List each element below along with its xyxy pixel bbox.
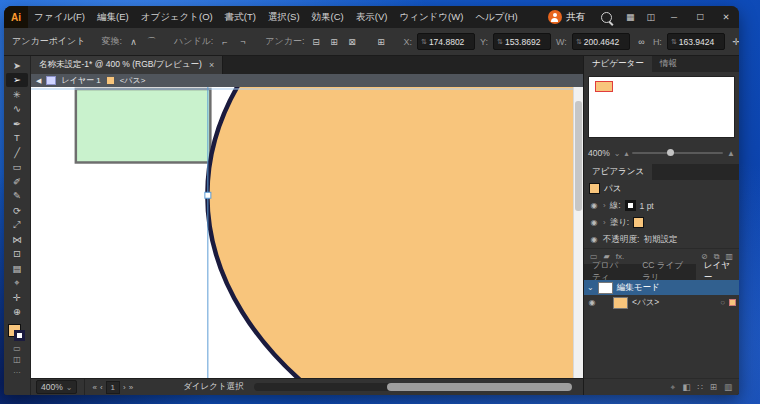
gradient-tool[interactable]: ▤ [6, 261, 28, 276]
width-tool[interactable]: ⋈ [6, 232, 28, 247]
document-close-icon[interactable]: × [209, 60, 214, 70]
green-rectangle-shape[interactable] [76, 89, 211, 162]
tab-properties[interactable]: プロパティ [584, 264, 634, 280]
remove-anchor-icon[interactable]: ⊟ [310, 34, 323, 49]
maximize-button[interactable]: ☐ [687, 6, 713, 28]
selection-tool[interactable]: ➤ [6, 58, 28, 73]
make-mask-icon[interactable]: ◧ [682, 382, 690, 392]
apps-grid-icon[interactable]: ▦ [620, 12, 641, 22]
tab-cc-libraries[interactable]: CC ライブラリ [634, 264, 696, 280]
add-anchor-icon[interactable]: ⊞ [328, 34, 341, 49]
artboard-number[interactable]: 1 [106, 381, 120, 394]
hide-handles-icon[interactable]: ¬ [236, 34, 249, 49]
transform-icon[interactable]: ✛ [730, 34, 739, 49]
tab-navigator[interactable]: ナビゲーター [584, 56, 652, 72]
y-field[interactable]: ⇅153.8692 [493, 33, 551, 50]
next-artboard-icon[interactable]: › [123, 383, 126, 392]
eyedropper-tool[interactable]: ⌖ [6, 276, 28, 291]
convert-to-smooth-icon[interactable]: ⌒ [145, 34, 158, 49]
fill-stroke-swatches[interactable] [7, 323, 27, 343]
type-tool[interactable]: T [6, 131, 28, 146]
chevron-down-icon[interactable]: ⌄ [587, 283, 594, 292]
hand-tool[interactable]: ✛ [6, 290, 28, 305]
isolation-back-icon[interactable]: ◀ [36, 77, 41, 85]
edit-toolbar-icon[interactable]: … [13, 365, 21, 376]
delete-layer-icon[interactable]: ▥ [724, 382, 732, 392]
navigator-zoom-slider[interactable] [632, 152, 723, 154]
screen-mode-icon[interactable]: ◫ [13, 354, 21, 365]
menu-file[interactable]: ファイル(F) [28, 6, 91, 28]
tab-appearance[interactable]: アピアランス [584, 164, 652, 180]
rectangle-tool[interactable]: ▭ [6, 160, 28, 175]
prev-artboard-icon[interactable]: ‹ [100, 383, 103, 392]
pencil-tool[interactable]: ✎ [6, 189, 28, 204]
menu-edit[interactable]: 編集(E) [91, 6, 135, 28]
paintbrush-tool[interactable]: ✐ [6, 174, 28, 189]
stepper-icon[interactable]: ⇅ [576, 38, 582, 46]
tab-layers[interactable]: レイヤー [696, 264, 739, 280]
new-layer-icon[interactable]: ⊞ [710, 382, 717, 392]
pen-tool[interactable]: ✒ [6, 116, 28, 131]
stroke-weight-value[interactable]: 1 pt [640, 201, 654, 211]
canvas[interactable] [31, 87, 583, 378]
navigator-zoom-value[interactable]: 400% [588, 148, 610, 158]
free-transform-tool[interactable]: ⊡ [6, 247, 28, 262]
opacity-value[interactable]: 初期設定 [643, 234, 677, 246]
rotate-tool[interactable]: ⟳ [6, 203, 28, 218]
menu-help[interactable]: ヘルプ(H) [469, 6, 523, 28]
visibility-eye-icon[interactable]: ◉ [589, 218, 599, 227]
direct-selection-tool[interactable]: ➢ [6, 73, 28, 88]
menu-effect[interactable]: 効果(C) [306, 6, 350, 28]
share-button[interactable]: 共有 [540, 10, 593, 24]
appearance-fill-row[interactable]: ◉ › 塗り: [584, 214, 739, 231]
horizontal-scrollbar-thumb[interactable] [387, 383, 572, 391]
horizontal-scrollbar[interactable] [254, 383, 572, 391]
illustrator-app-icon[interactable]: Ai [4, 6, 28, 28]
selection-indicator[interactable] [729, 299, 736, 306]
anchor-point-handle[interactable] [205, 192, 211, 198]
fill-swatch[interactable] [633, 217, 644, 228]
isolate-selection-icon[interactable]: ⊞ [375, 34, 388, 49]
vertical-scrollbar[interactable] [573, 87, 583, 378]
last-artboard-icon[interactable]: » [129, 383, 133, 392]
zoom-slider-knob[interactable] [667, 149, 674, 156]
menu-window[interactable]: ウィンドウ(W) [393, 6, 469, 28]
stepper-icon[interactable]: ⇅ [671, 38, 677, 46]
menu-select[interactable]: 選択(S) [262, 6, 306, 28]
document-tab[interactable]: 名称未設定-1* @ 400 % (RGB/プレビュー) × [31, 56, 223, 74]
line-tool[interactable]: ╱ [6, 145, 28, 160]
vertical-scrollbar-thumb[interactable] [575, 101, 582, 211]
appearance-opacity-row[interactable]: ◉ 不透明度: 初期設定 [584, 231, 739, 248]
visibility-eye-icon[interactable]: ◉ [589, 235, 599, 244]
breadcrumb-path[interactable]: <パス> [120, 75, 146, 86]
stroke-color-swatch[interactable] [14, 330, 25, 341]
x-field[interactable]: ⇅174.8802 [417, 33, 475, 50]
lasso-tool[interactable]: ∿ [6, 102, 28, 117]
navigator-thumbnail[interactable] [588, 76, 735, 138]
stroke-swatch[interactable] [625, 200, 636, 211]
chevron-right-icon[interactable]: › [603, 218, 606, 227]
zoom-in-icon[interactable]: ▲ [727, 149, 735, 158]
minimize-button[interactable]: ─ [661, 6, 687, 28]
w-field[interactable]: ⇅200.4642 [572, 33, 630, 50]
locate-object-icon[interactable]: ⌖ [671, 382, 676, 393]
first-artboard-icon[interactable]: « [92, 383, 96, 392]
menu-type[interactable]: 書式(T) [219, 6, 262, 28]
visibility-eye-icon[interactable]: ◉ [589, 201, 599, 210]
cut-path-icon[interactable]: ⊠ [346, 34, 359, 49]
stepper-icon[interactable]: ⇅ [421, 38, 427, 46]
zoom-tool[interactable]: ⊕ [6, 305, 28, 320]
visibility-eye-icon[interactable]: ◉ [587, 298, 597, 307]
draw-normal-mode-icon[interactable]: ▭ [13, 343, 21, 354]
chevron-right-icon[interactable]: › [603, 201, 606, 210]
link-dimensions-icon[interactable]: ∞ [635, 34, 648, 49]
layers-edit-mode-row[interactable]: ⌄ 編集モード [584, 280, 739, 295]
search-icon[interactable] [601, 12, 612, 23]
menu-object[interactable]: オブジェクト(O) [135, 6, 219, 28]
h-field[interactable]: ⇅163.9424 [667, 33, 725, 50]
menu-view[interactable]: 表示(V) [350, 6, 394, 28]
zoom-level-select[interactable]: 400% ⌄ [36, 380, 77, 394]
new-sublayer-icon[interactable]: ∷ [697, 382, 702, 392]
convert-to-corner-icon[interactable]: ∧ [127, 34, 140, 49]
magic-wand-tool[interactable]: ✳ [6, 87, 28, 102]
